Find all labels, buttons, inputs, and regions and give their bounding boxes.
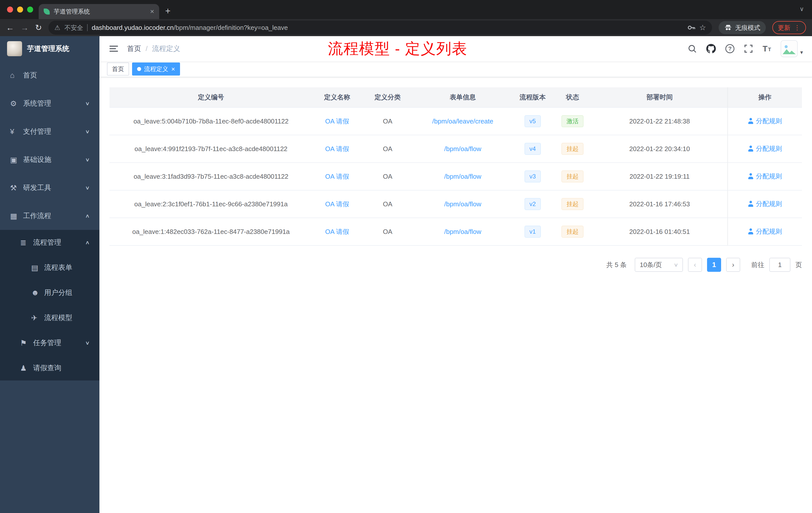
browser-menu-kebab-icon[interactable]: ⋮ [794,24,801,31]
fullscreen-icon[interactable] [744,44,753,53]
table-row: oa_leave:2:3c1f0ef1-76b1-11ec-9c66-a2380… [110,190,802,218]
sidebar-item-home[interactable]: ⌂首页 [0,61,99,89]
cell-process-version: v4 [512,135,553,163]
sidebar-item-infrastructure[interactable]: ▣基础设施∨ [0,146,99,174]
update-button[interactable]: 更新 ⋮ [772,21,806,34]
incognito-icon [724,24,732,32]
next-page-button[interactable]: › [726,258,740,272]
user-icon: ♟ [20,364,33,372]
form-info-link[interactable]: /bpm/oa/flow [444,228,481,235]
cell-deploy-time: 2022-01-22 19:19:11 [592,163,727,190]
page-size-select[interactable]: 10条/页 ∨ [635,258,683,272]
tab-close-icon[interactable]: × [150,8,154,15]
column-header-form-info: 表单信息 [413,87,512,108]
table-row: oa_leave:4:991f2193-7b7f-11ec-a3c8-acde4… [110,135,802,163]
tag-process-definition[interactable]: 流程定义 × [132,62,180,76]
tag-home[interactable]: 首页 [107,62,129,76]
sidebar-item-process-form[interactable]: ▤流程表单 [0,255,99,280]
plane-icon: ✈ [31,313,44,322]
annotation-title: 流程模型 - 定义列表 [328,39,467,59]
monitor-icon: ▣ [10,155,23,164]
sidebar-item-task-management[interactable]: ⚑任务管理∨ [0,330,99,355]
form-info-link[interactable]: /bpm/oa/leave/create [432,117,493,125]
sidebar-item-dev-tools[interactable]: ⚒研发工具∨ [0,174,99,202]
sidebar-item-workflow[interactable]: ▦工作流程∧ [0,202,99,230]
forward-button[interactable]: → [21,24,29,32]
not-secure-warning-icon: ⚠ [55,24,60,31]
user-avatar[interactable]: ▾ [781,40,803,57]
new-tab-button[interactable]: + [165,6,171,16]
definition-name-link[interactable]: OA 请假 [325,173,349,180]
assign-rule-link[interactable]: 分配规则 [748,172,782,181]
form-info-link[interactable]: /bpm/oa/flow [444,145,481,153]
table-row: oa_leave:1:482ec033-762a-11ec-8477-a2380… [110,218,802,245]
definition-name-link[interactable]: OA 请假 [325,200,349,208]
window-controls [7,6,33,12]
cell-definition-name: OA 请假 [313,190,362,218]
browser-tab[interactable]: 芋道管理系统 × [39,4,159,19]
tag-label: 流程定义 [144,65,168,73]
prev-page-button[interactable]: ‹ [688,258,702,272]
status-badge: 挂起 [561,225,583,238]
cell-status: 挂起 [553,218,592,245]
cell-definition-category: OA [362,218,413,245]
window-minimize-button[interactable] [17,6,23,12]
user-icon [748,173,754,179]
sidebar-item-user-group[interactable]: ☻用户分组 [0,280,99,305]
tab-search-chevron-icon[interactable]: ∨ [800,5,804,12]
cell-actions: 分配规则 [728,163,802,190]
user-icon [748,146,754,152]
assign-rule-link[interactable]: 分配规则 [748,200,782,208]
assign-rule-link[interactable]: 分配规则 [748,144,782,153]
security-label[interactable]: 不安全 [64,24,83,32]
cell-deploy-time: 2022-01-16 01:40:51 [592,218,727,245]
form-info-link[interactable]: /bpm/oa/flow [444,173,481,180]
chevron-up-icon: ∧ [85,239,90,245]
update-label: 更新 [778,24,790,32]
back-button[interactable]: ← [6,24,14,32]
tab-title: 芋道管理系统 [54,7,146,16]
tag-close-icon[interactable]: × [171,66,175,72]
assign-rule-label: 分配规则 [756,144,782,153]
page-1-button[interactable]: 1 [707,258,721,272]
definition-name-link[interactable]: OA 请假 [325,117,349,125]
total-count-label: 共 5 条 [606,261,627,269]
reload-button[interactable]: ↻ [35,24,42,32]
column-header-definition-id: 定义编号 [110,87,313,108]
assign-rule-link[interactable]: 分配规则 [748,117,782,125]
header-actions: ? TT ▾ [688,40,803,57]
status-badge: 挂起 [561,198,583,210]
help-icon[interactable]: ? [725,44,734,53]
app-logo[interactable]: 芋道管理系统 [0,36,99,61]
avatar-image [781,40,798,57]
sidebar-item-system-management[interactable]: ⚙系统管理∨ [0,89,99,117]
app-header: 首页 / 流程定义 流程模型 - 定义列表 ? TT [99,36,812,61]
window-close-button[interactable] [7,6,13,12]
cell-definition-category: OA [362,190,413,218]
font-size-icon[interactable]: TT [762,45,771,53]
process-version-tag: v3 [524,171,541,182]
sidebar-item-leave-query[interactable]: ♟请假查询 [0,355,99,381]
table-header-row: 定义编号定义名称定义分类表单信息流程版本状态部署时间操作 [110,87,802,108]
breadcrumb-home[interactable]: 首页 [127,44,141,54]
page-unit-label: 页 [795,261,802,269]
sidebar-item-process-management[interactable]: ≣流程管理∧ [0,230,99,255]
goto-page-input[interactable] [769,258,790,272]
definition-name-link[interactable]: OA 请假 [325,228,349,235]
cell-definition-id: oa_leave:1:482ec033-762a-11ec-8477-a2380… [110,218,313,245]
form-info-link[interactable]: /bpm/oa/flow [444,200,481,208]
address-bar[interactable]: ⚠ 不安全 dashboard.yudao.iocoder.cn/bpm/man… [49,21,712,35]
assign-rule-link[interactable]: 分配规则 [748,227,782,236]
definition-name-link[interactable]: OA 请假 [325,145,349,153]
password-key-icon[interactable] [687,24,695,32]
github-icon[interactable] [706,44,716,54]
sidebar-item-payment-management[interactable]: ¥支付管理∨ [0,117,99,146]
bookmark-star-icon[interactable]: ☆ [699,24,706,31]
search-icon[interactable] [688,44,697,53]
url-path: /bpm/manager/definition?key=oa_leave [174,24,288,31]
assign-rule-label: 分配规则 [756,227,782,236]
hamburger-icon[interactable] [109,44,119,54]
tag-label: 首页 [112,65,124,73]
sidebar-item-process-model[interactable]: ✈流程模型 [0,305,99,330]
window-zoom-button[interactable] [27,6,33,12]
